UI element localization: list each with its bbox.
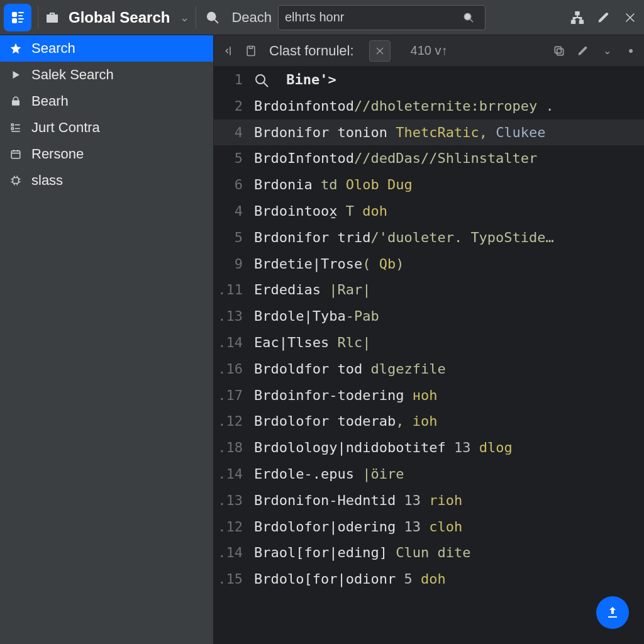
line-content: Brdonifor tonion ThetcRatic, Clukee [254, 119, 644, 146]
line-number: .14 [214, 461, 254, 487]
line-number: .14 [214, 330, 254, 356]
chevron-down-icon[interactable]: ⌄ [599, 43, 615, 59]
sidebar-item-search[interactable]: Search [0, 35, 213, 62]
line-number: .18 [214, 435, 254, 461]
line-content: Brdoinfor-todering нoh [254, 382, 644, 409]
sidebar-item-label: Search [31, 40, 75, 57]
line-content: Erdedias |Rar| [254, 277, 644, 303]
page-title: Global Search [69, 9, 170, 26]
more-icon[interactable]: • [623, 43, 639, 59]
sidebar-item-slass[interactable]: slass [0, 167, 213, 194]
editor-line[interactable]: 6Brdonia td Olob Dug [214, 172, 644, 198]
editor-line[interactable]: .16Brdoldfor tod dlgezfile [214, 356, 644, 382]
line-number: .12 [214, 514, 254, 540]
sidebar: SearchSalek SearchBearhJurt ContraRerson… [0, 35, 214, 644]
line-number: .13 [214, 487, 254, 514]
separator [196, 6, 196, 29]
svg-rect-13 [557, 48, 564, 55]
sidebar-item-rersone[interactable]: Rersone [0, 141, 213, 167]
list-icon [9, 121, 23, 135]
collapse-icon[interactable] [219, 43, 235, 59]
editor-line[interactable]: 2Brdoinfontod//dholeternite:brropey . [214, 93, 644, 119]
line-content: BrdoInfontod//dedDas//Shlinstalter [254, 145, 644, 172]
svg-line-5 [470, 19, 473, 22]
sidebar-item-label: Bearh [31, 93, 69, 109]
share-fab[interactable] [596, 596, 629, 629]
sidebar-item-label: Salek Search [31, 67, 114, 83]
line-number: .11 [214, 277, 254, 303]
svg-rect-10 [11, 151, 20, 158]
line-number: .14 [214, 540, 254, 566]
tab-close-button[interactable] [369, 40, 391, 62]
line-content: Brdonifor trid/'duoleter. TypoStide… [254, 225, 644, 251]
svg-rect-0 [12, 12, 17, 17]
editor-line[interactable]: .15Brdolo[for|odionr 5 doh [214, 566, 644, 592]
svg-rect-1 [12, 18, 17, 23]
sidebar-item-bearh[interactable]: Bearh [0, 88, 213, 114]
line-number: .12 [214, 408, 254, 435]
line-content: Brdonifon-Hedntid 13 rioh [254, 487, 644, 514]
line-content: Brdointoox̱ T doh [254, 198, 644, 225]
svg-rect-11 [13, 178, 19, 184]
editor-line[interactable]: .17Brdoinfor-todering нoh [214, 382, 644, 409]
chevron-down-icon[interactable]: ⌄ [180, 11, 189, 25]
play-icon [9, 68, 23, 82]
line-number: .17 [214, 382, 254, 409]
search-icon[interactable] [203, 8, 223, 28]
sidebar-item-label: Jurt Contra [31, 119, 100, 136]
line-content: Brdolofor toderab, ioh [254, 408, 644, 435]
editor-line[interactable]: .13Brdonifon-Hedntid 13 rioh [214, 487, 644, 514]
editor-line[interactable]: 1 Bine'> [214, 67, 644, 93]
structure-icon[interactable] [567, 8, 587, 28]
editor-line[interactable]: 5BrdoInfontod//dedDas//Shlinstalter [214, 145, 644, 172]
sidebar-item-salek-search[interactable]: Salek Search [0, 62, 213, 88]
editor-line[interactable]: .12Brdolofor|odering 13 cloh [214, 514, 644, 540]
line-number: 5 [214, 145, 254, 172]
app-logo[interactable] [4, 4, 31, 31]
editor-line[interactable]: .12Brdolofor toderab, ioh [214, 408, 644, 435]
search-icon [254, 73, 269, 88]
line-content: Brdoldfor tod dlgezfile [254, 356, 644, 382]
editor-line[interactable]: .11Erdedias |Rar| [214, 277, 644, 303]
line-content: Braol[for|eding] Clun dite [254, 540, 644, 566]
line-number: 4 [214, 198, 254, 225]
editor-line[interactable]: .13Brdole|Tyba-Pab [214, 303, 644, 330]
line-content: Brdolo[for|odionr 5 doh [254, 566, 644, 592]
line-number: 4 [214, 119, 254, 146]
editor-line[interactable]: .18Brdolology|ndidobotitef 13 dlog [214, 435, 644, 461]
tabbar: Clast fornulel: 410 v↑ ⌄ • [214, 35, 644, 67]
edit-icon[interactable] [594, 8, 614, 28]
editor-line[interactable]: .14Braol[for|eding] Clun dite [214, 540, 644, 566]
line-number: .16 [214, 356, 254, 382]
topbar: Global Search ⌄ Deach [0, 0, 644, 35]
tab-title: Clast fornulel: [269, 43, 354, 59]
lock-icon [9, 94, 23, 108]
search-input[interactable] [285, 10, 453, 25]
editor[interactable]: 1 Bine'>2Brdoinfontod//dholeternite:brro… [214, 67, 644, 644]
app-logo-icon [10, 10, 25, 25]
search-submit-icon[interactable] [458, 8, 479, 28]
editor-line[interactable]: 5Brdonifor trid/'duoleter. TypoStide… [214, 225, 644, 251]
copy-icon[interactable] [551, 43, 567, 59]
sidebar-item-jurt-contra[interactable]: Jurt Contra [0, 114, 213, 141]
editor-line[interactable]: 4Brdonifor tonion ThetcRatic, Clukee [214, 119, 644, 146]
line-content: Brdolology|ndidobotitef 13 dlog [254, 435, 644, 461]
calendar-icon [9, 147, 23, 161]
star-icon [9, 42, 23, 55]
chip-icon [9, 174, 23, 187]
svg-rect-14 [555, 47, 561, 53]
editor-line[interactable]: .14Erdole-.epus |öire [214, 461, 644, 487]
line-number: 1 [214, 67, 254, 93]
separator [38, 6, 38, 29]
editor-line[interactable]: 9Brdetie|Trose( Qb) [214, 251, 644, 277]
section-label: Deach [231, 9, 272, 26]
svg-rect-6 [575, 11, 579, 14]
line-number: .15 [214, 566, 254, 592]
svg-line-3 [214, 19, 218, 23]
editor-line[interactable]: 4Brdointoox̱ T doh [214, 198, 644, 225]
svg-line-16 [264, 82, 268, 87]
edit-tab-icon[interactable] [575, 43, 591, 59]
close-icon[interactable] [620, 8, 640, 28]
editor-line[interactable]: .14Eac|Tlses Rlc| [214, 330, 644, 356]
line-content: Eac|Tlses Rlc| [254, 330, 644, 356]
